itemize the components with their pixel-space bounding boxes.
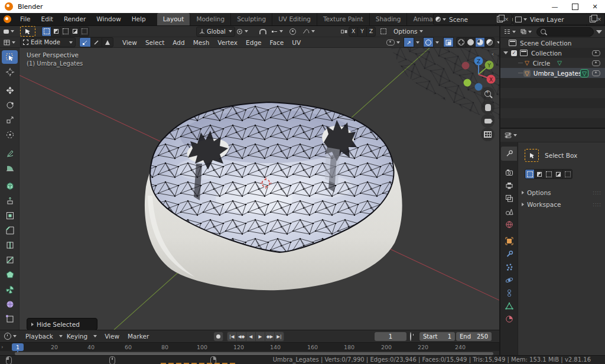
hide-circle-eye-icon[interactable] — [592, 60, 600, 66]
hide-collection-eye-icon[interactable] — [592, 50, 600, 56]
tool-loop-cut[interactable] — [2, 238, 18, 252]
prop-select-mode-invert[interactable] — [554, 170, 563, 178]
gizmo-axis-neg-x[interactable] — [462, 62, 470, 70]
select-mode-intersect[interactable] — [80, 27, 89, 36]
tab-scene[interactable] — [501, 204, 517, 219]
tool-select-box[interactable] — [2, 50, 18, 64]
tab-particles[interactable] — [501, 260, 517, 274]
shading-wireframe[interactable] — [457, 38, 466, 47]
proportional-falloff-dropdown[interactable] — [300, 27, 317, 36]
workspace-tab-texture-paint[interactable]: Texture Paint — [317, 13, 370, 25]
outliner-row-umbra-legates[interactable]: ▽ Umbra_Legates ▽ — [500, 68, 605, 78]
select-mode-new[interactable] — [42, 27, 51, 36]
view-layer-selector[interactable]: View Layer ✕ — [513, 14, 605, 25]
workspace-tab-layout[interactable]: Layout — [157, 13, 191, 25]
menu-render[interactable]: Render — [58, 13, 91, 25]
edge-select-mode[interactable] — [91, 38, 102, 47]
tl-menu-view[interactable]: View — [100, 333, 123, 340]
playhead[interactable]: 1 — [12, 343, 24, 351]
select-mode-invert[interactable] — [70, 27, 80, 36]
show-overlays-toggle[interactable] — [423, 37, 434, 47]
tool-edge-slide[interactable] — [2, 312, 18, 326]
timeline-scrollbar[interactable] — [15, 352, 493, 355]
app-menu-icon[interactable] — [4, 15, 11, 23]
mirror-y-toggle[interactable]: Y — [358, 27, 367, 36]
vp-menu-view[interactable]: View — [118, 39, 141, 46]
outliner-row-scene-collection[interactable]: Scene Collection — [500, 38, 605, 48]
close-button[interactable]: ✕ — [585, 0, 605, 13]
tab-object[interactable] — [501, 234, 517, 248]
workspace-tab-modeling[interactable]: Modeling — [190, 13, 231, 25]
next-keyframe-button[interactable]: ◆▶ — [265, 332, 275, 341]
panel-grip[interactable]: :::: — [593, 202, 601, 207]
sidebar-collapse-chevron[interactable]: ‹ — [492, 50, 494, 57]
workspace-tab-uv-editing[interactable]: UV Editing — [272, 13, 317, 25]
tab-output[interactable] — [501, 178, 517, 193]
tool-spin[interactable] — [2, 282, 18, 296]
play-button[interactable]: ▶ — [256, 332, 265, 341]
scene-selector[interactable]: Scene ✕ — [433, 14, 512, 25]
vp-menu-vertex[interactable]: Vertex — [213, 39, 242, 46]
shading-rendered[interactable] — [485, 38, 494, 47]
shading-material-preview[interactable] — [476, 38, 485, 47]
tool-poly-build[interactable] — [2, 268, 18, 281]
region-expand-chevron[interactable]: › — [1, 344, 4, 350]
tool-bevel[interactable] — [2, 223, 18, 237]
panel-grip[interactable]: :::: — [593, 190, 601, 196]
collection-checkbox[interactable]: ✓ — [511, 50, 517, 56]
minimize-button[interactable]: — — [545, 0, 565, 13]
options-dropdown[interactable]: Options — [391, 27, 425, 36]
editor-type-tool-settings-icon[interactable] — [1, 27, 17, 36]
select-mode-extend[interactable] — [51, 27, 61, 36]
prop-select-mode-subtract[interactable] — [544, 170, 554, 178]
prev-keyframe-button[interactable]: ◀◆ — [237, 332, 246, 341]
vertex-select-mode[interactable] — [80, 38, 91, 47]
pan-view-button[interactable] — [481, 100, 495, 114]
xray-toggle[interactable] — [443, 37, 454, 47]
snap-base-icon[interactable] — [378, 27, 389, 36]
tool-move[interactable] — [2, 83, 18, 97]
tab-physics[interactable] — [501, 273, 517, 287]
tool-measure[interactable] — [2, 161, 18, 174]
outliner-row-collection[interactable]: ✓ Collection — [500, 48, 605, 58]
tab-object-data[interactable] — [501, 299, 517, 313]
last-operator-panel[interactable]: Hide Selected — [27, 318, 97, 330]
tl-menu-playback[interactable]: Playback — [21, 333, 57, 340]
proportional-editing-toggle[interactable] — [287, 27, 298, 36]
mirror-x-toggle[interactable]: X — [349, 27, 358, 36]
tl-menu-keying[interactable]: Keying — [63, 333, 92, 340]
editor-type-timeline-icon[interactable] — [2, 332, 19, 341]
gizmo-axis-neg-y[interactable] — [464, 79, 471, 87]
outliner-filter-button[interactable] — [596, 28, 602, 35]
prop-select-mode-extend[interactable] — [535, 170, 544, 178]
vp-menu-mesh[interactable]: Mesh — [189, 39, 214, 46]
workspace-tab-sculpting[interactable]: Sculpting — [231, 13, 272, 25]
tab-view-layer[interactable] — [501, 191, 517, 206]
vp-menu-select[interactable]: Select — [141, 39, 168, 46]
tool-extrude-region[interactable] — [2, 194, 18, 207]
prop-select-mode-new[interactable] — [525, 170, 535, 178]
zoom-view-button[interactable] — [481, 87, 495, 100]
new-view-layer-icon[interactable] — [590, 16, 596, 22]
menu-help[interactable]: Help — [126, 13, 151, 25]
tool-smooth[interactable] — [2, 297, 18, 311]
vp-menu-add[interactable]: Add — [168, 39, 188, 46]
disclosure-triangle-icon[interactable] — [503, 51, 508, 54]
panel-workspace[interactable]: Workspace :::: — [518, 199, 605, 210]
mirror-z-toggle[interactable]: Z — [367, 27, 375, 36]
panel-options[interactable]: Options :::: — [518, 187, 605, 198]
use-preview-range-toggle[interactable] — [410, 333, 411, 340]
tab-world[interactable] — [501, 217, 517, 232]
tool-inset-faces[interactable] — [2, 209, 18, 222]
tab-constraints[interactable] — [501, 286, 517, 300]
tab-modifiers[interactable] — [501, 247, 517, 261]
tool-annotate[interactable] — [2, 146, 18, 160]
gizmo-axis-neg-z[interactable] — [475, 83, 483, 91]
mode-dropdown[interactable]: Edit Mode — [20, 37, 76, 47]
editor-type-properties-icon[interactable] — [502, 131, 519, 140]
vp-menu-edge[interactable]: Edge — [242, 39, 265, 46]
jump-to-end-button[interactable]: ▶| — [275, 332, 284, 341]
tl-menu-marker[interactable]: Marker — [123, 333, 153, 340]
workspace-tab-shading[interactable]: Shading — [370, 13, 408, 25]
snap-settings-dropdown[interactable] — [269, 27, 285, 36]
